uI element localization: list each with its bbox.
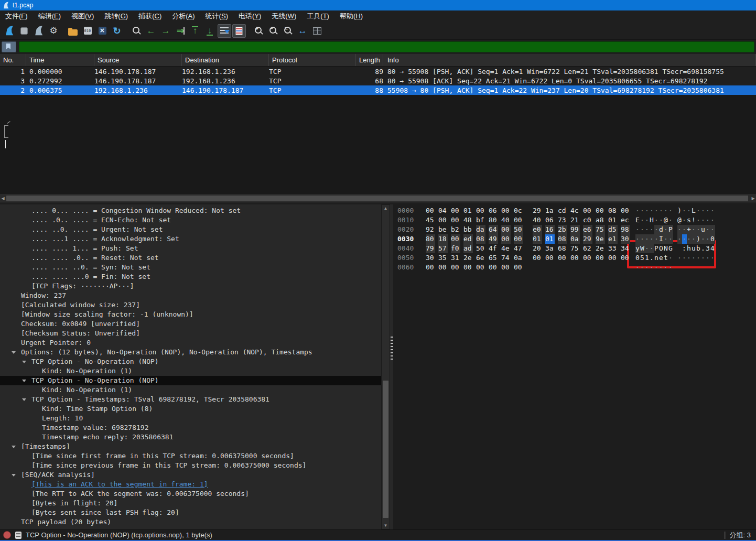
hex-byte[interactable]: 75 bbox=[570, 244, 580, 253]
ascii-char[interactable]: · bbox=[701, 206, 706, 215]
tree-row[interactable]: [TCP Flags: ·······AP···] bbox=[0, 282, 381, 291]
ascii-char[interactable]: t bbox=[664, 253, 668, 263]
tree-row[interactable]: Kind: No-Operation (1) bbox=[0, 366, 381, 376]
ascii-char[interactable]: · bbox=[692, 225, 696, 234]
hex-byte[interactable]: 40 bbox=[533, 215, 542, 225]
ascii-char[interactable]: 4 bbox=[710, 244, 715, 253]
hex-byte[interactable]: 00 bbox=[558, 253, 567, 263]
hex-byte[interactable]: e6 bbox=[583, 225, 592, 234]
column-header-no[interactable]: No. bbox=[0, 54, 26, 66]
hex-byte[interactable]: 00 bbox=[489, 263, 498, 272]
expand-arrow-icon[interactable] bbox=[12, 446, 16, 448]
hex-byte[interactable]: be bbox=[438, 225, 448, 234]
ascii-char[interactable]: · bbox=[650, 244, 654, 253]
ascii-char[interactable]: O bbox=[659, 244, 664, 253]
ascii-char[interactable]: . bbox=[701, 244, 706, 253]
tree-row[interactable]: Urgent Pointer: 0 bbox=[0, 338, 381, 348]
hex-byte[interactable]: 01 bbox=[533, 234, 542, 244]
hex-byte[interactable]: 4c bbox=[570, 206, 580, 215]
capture-comment-icon[interactable] bbox=[15, 532, 21, 539]
ascii-char[interactable]: · bbox=[687, 253, 692, 263]
hex-byte[interactable]: 00 bbox=[621, 206, 630, 215]
ascii-char[interactable]: u bbox=[701, 225, 706, 234]
hex-byte[interactable]: 33 bbox=[608, 244, 618, 253]
hex-byte[interactable]: 45 bbox=[426, 215, 435, 225]
hex-byte[interactable]: 6e bbox=[476, 253, 485, 263]
ascii-char[interactable]: · bbox=[645, 206, 650, 215]
ascii-char[interactable]: · bbox=[682, 225, 687, 234]
capture-restart-button[interactable] bbox=[32, 24, 46, 38]
hex-byte[interactable]: 0a bbox=[514, 253, 523, 263]
menu-item-S[interactable]: 统计(S) bbox=[200, 10, 233, 22]
tree-row[interactable]: [Checksum Status: Unverified] bbox=[0, 329, 381, 338]
goto-packet-button[interactable]: ⇒ bbox=[174, 24, 187, 38]
tree-row[interactable]: [Bytes in flight: 20] bbox=[0, 499, 381, 508]
hex-byte[interactable]: 20 bbox=[533, 244, 542, 253]
ascii-char[interactable]: I bbox=[659, 234, 664, 244]
hex-byte[interactable]: 00 bbox=[514, 234, 523, 244]
go-back-button[interactable]: ← bbox=[144, 24, 158, 38]
tree-row[interactable]: .... ..0. .... = Urgent: Not set bbox=[0, 225, 381, 234]
tree-row[interactable]: [Bytes sent since last PSH flag: 20] bbox=[0, 508, 381, 517]
ascii-char[interactable]: · bbox=[668, 234, 673, 244]
hex-byte[interactable]: 50 bbox=[514, 225, 523, 234]
hex-byte[interactable]: f0 bbox=[451, 244, 460, 253]
ascii-char[interactable]: · bbox=[677, 253, 682, 263]
menu-item-Y[interactable]: 电话(Y) bbox=[233, 10, 266, 22]
ascii-char[interactable]: · bbox=[645, 244, 650, 253]
hex-byte[interactable]: 00 bbox=[596, 206, 605, 215]
hex-byte[interactable]: 00 bbox=[476, 206, 485, 215]
ascii-char[interactable]: · bbox=[668, 215, 673, 225]
hex-byte[interactable]: 08 bbox=[558, 234, 567, 244]
hex-byte[interactable]: 0a bbox=[570, 234, 580, 244]
hex-row[interactable]: 0000000400010006000c291acd4c00000800····… bbox=[393, 206, 756, 215]
ascii-char[interactable]: · bbox=[706, 215, 710, 225]
ascii-char[interactable]: L bbox=[692, 206, 696, 215]
ascii-char[interactable]: b bbox=[696, 244, 701, 253]
hex-byte[interactable]: 49 bbox=[489, 234, 498, 244]
ascii-char[interactable]: · bbox=[640, 263, 645, 272]
expert-info-icon[interactable] bbox=[3, 531, 11, 539]
column-header-destination[interactable]: Destination bbox=[182, 54, 269, 66]
hex-byte[interactable]: ec bbox=[621, 215, 630, 225]
hex-byte[interactable]: 80 bbox=[489, 215, 498, 225]
menu-item-H[interactable]: 帮助(H) bbox=[334, 10, 368, 22]
hex-byte[interactable]: 74 bbox=[501, 253, 511, 263]
hex-byte[interactable]: bf bbox=[476, 215, 485, 225]
column-header-info[interactable]: Info bbox=[383, 54, 756, 66]
hex-byte[interactable]: 04 bbox=[438, 206, 448, 215]
go-top-button[interactable]: ↑ bbox=[188, 24, 202, 38]
ascii-char[interactable]: ) bbox=[677, 206, 682, 215]
expand-arrow-icon[interactable] bbox=[22, 361, 26, 363]
hex-byte[interactable]: 00 bbox=[451, 234, 460, 244]
tree-row[interactable]: [Time since previous frame in this TCP s… bbox=[0, 461, 381, 470]
reload-button[interactable] bbox=[110, 24, 124, 38]
hex-byte[interactable]: ed bbox=[463, 234, 473, 244]
ascii-char[interactable]: · bbox=[635, 225, 640, 234]
ascii-char[interactable]: · bbox=[645, 225, 650, 234]
hex-byte[interactable]: 00 bbox=[533, 253, 542, 263]
ascii-char[interactable]: · bbox=[640, 234, 645, 244]
file-save-button[interactable] bbox=[81, 24, 94, 38]
file-close-button[interactable] bbox=[95, 24, 109, 38]
ascii-char[interactable]: s bbox=[687, 215, 692, 225]
ascii-char[interactable]: : bbox=[682, 244, 687, 253]
hex-byte[interactable]: a8 bbox=[596, 215, 605, 225]
tree-row[interactable]: .... 0... .... = Congestion Window Reduc… bbox=[0, 206, 381, 215]
ascii-char[interactable]: · bbox=[640, 206, 645, 215]
hex-byte[interactable]: 2e bbox=[463, 253, 473, 263]
hex-byte[interactable]: 40 bbox=[501, 215, 511, 225]
ascii-char[interactable]: · bbox=[710, 206, 715, 215]
ascii-char[interactable]: · bbox=[710, 253, 715, 263]
hex-byte[interactable]: 30 bbox=[426, 253, 435, 263]
ascii-char[interactable]: · bbox=[692, 253, 696, 263]
ascii-char[interactable]: · bbox=[701, 234, 706, 244]
ascii-char[interactable]: · bbox=[659, 215, 664, 225]
ascii-char[interactable]: · bbox=[701, 215, 706, 225]
ascii-char[interactable]: · bbox=[687, 206, 692, 215]
ascii-char[interactable]: · bbox=[645, 215, 650, 225]
tree-row[interactable]: TCP Option - No-Operation (NOP) bbox=[0, 376, 381, 385]
filter-bookmark-icon[interactable] bbox=[2, 41, 16, 52]
ascii-char[interactable]: n bbox=[654, 253, 659, 263]
autoscroll-button[interactable] bbox=[218, 24, 231, 38]
